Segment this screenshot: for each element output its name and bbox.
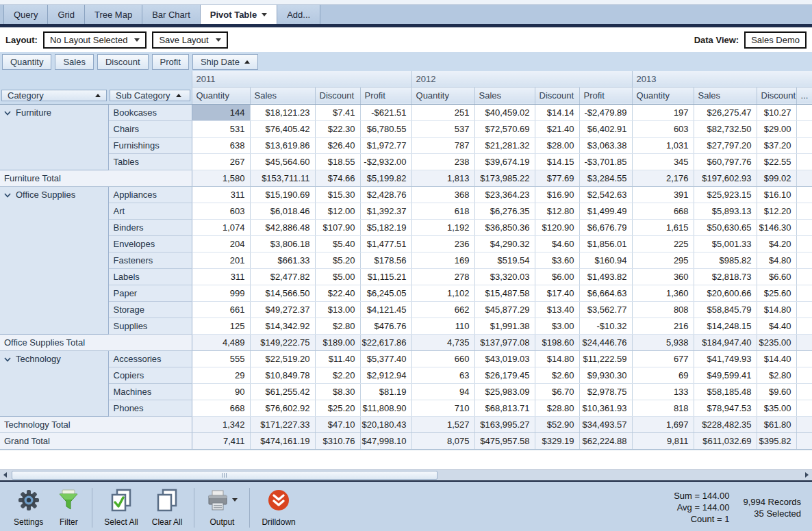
value-cell[interactable]: 169 [411, 252, 474, 268]
value-cell[interactable]: 225 [632, 235, 694, 252]
sub-category-cell[interactable]: Labels [108, 268, 192, 285]
field-ship-date[interactable]: Ship Date [192, 54, 258, 70]
value-cell[interactable]: 787 [411, 137, 474, 153]
value-cell[interactable]: 537 [411, 120, 474, 137]
value-cell[interactable]: $77.69 [535, 170, 579, 186]
value-cell[interactable]: $3,320.03 [474, 268, 535, 285]
value-cell[interactable]: $5.20 [315, 252, 360, 268]
sub-category-cell[interactable]: Art [108, 203, 192, 219]
value-cell[interactable]: 4,489 [192, 334, 250, 350]
value-cell[interactable]: 668 [192, 400, 250, 416]
value-cell[interactable]: $5,199.82 [360, 170, 411, 186]
col-2011-discount[interactable]: Discount [315, 87, 360, 104]
field-quantity[interactable]: Quantity [2, 54, 51, 70]
value-cell[interactable] [796, 285, 812, 301]
value-cell[interactable]: $78,947.53 [694, 400, 757, 416]
value-cell[interactable]: $4,121.45 [360, 301, 411, 318]
col-2012-discount[interactable]: Discount [535, 87, 579, 104]
col-2011-quantity[interactable]: Quantity [192, 87, 250, 104]
value-cell[interactable]: 368 [411, 186, 474, 203]
value-cell[interactable]: $50,630.65 [694, 219, 757, 235]
value-cell[interactable]: $81.19 [360, 383, 411, 400]
value-cell[interactable]: 1,615 [632, 219, 694, 235]
value-cell[interactable]: $29.00 [757, 120, 796, 137]
value-cell[interactable]: $14,566.50 [250, 285, 315, 301]
tab-add[interactable]: Add... [277, 5, 320, 24]
value-cell[interactable]: 360 [632, 268, 694, 285]
value-cell[interactable] [796, 383, 812, 400]
filter-button[interactable]: Filter [50, 486, 87, 530]
value-cell[interactable]: $6,402.91 [579, 120, 632, 137]
col-2011-sales[interactable]: Sales [250, 87, 315, 104]
value-cell[interactable]: $6,018.46 [250, 203, 315, 219]
value-cell[interactable]: $153,711.11 [250, 170, 315, 186]
col-2012-quantity[interactable]: Quantity [411, 87, 474, 104]
value-cell[interactable]: $23,364.23 [474, 186, 535, 203]
value-cell[interactable]: $1,499.49 [579, 203, 632, 219]
value-cell[interactable]: $6,664.63 [579, 285, 632, 301]
value-cell[interactable]: 1,360 [632, 285, 694, 301]
value-cell[interactable]: 555 [192, 350, 250, 367]
value-cell[interactable]: $61.80 [757, 416, 796, 432]
value-cell[interactable]: $4.60 [535, 235, 579, 252]
expand-chevron-icon[interactable] [4, 354, 11, 364]
value-cell[interactable]: $15,190.69 [250, 186, 315, 203]
value-cell[interactable] [796, 416, 812, 432]
output-button[interactable]: Output [199, 486, 244, 530]
col-2012-sales[interactable]: Sales [474, 87, 535, 104]
value-cell[interactable]: $62,224.88 [579, 432, 632, 449]
field-sales[interactable]: Sales [55, 54, 94, 70]
value-cell[interactable]: -$3,701.85 [579, 153, 632, 170]
value-cell[interactable]: $10,849.78 [250, 367, 315, 383]
value-cell[interactable]: $25,923.15 [694, 186, 757, 203]
sub-category-cell[interactable]: Machines [108, 383, 192, 400]
value-cell[interactable]: $4,290.32 [474, 235, 535, 252]
value-cell[interactable]: 1,813 [411, 170, 474, 186]
value-cell[interactable]: 251 [411, 104, 474, 120]
value-cell[interactable]: $27,797.20 [694, 137, 757, 153]
value-cell[interactable]: $1,991.38 [474, 318, 535, 334]
sub-category-cell[interactable]: Binders [108, 219, 192, 235]
value-cell[interactable]: $5.00 [315, 268, 360, 285]
value-cell[interactable]: 2,176 [632, 170, 694, 186]
col-2013-quantity[interactable]: Quantity [632, 87, 694, 104]
value-cell[interactable]: $1,972.77 [360, 137, 411, 153]
value-cell[interactable] [796, 120, 812, 137]
settings-button[interactable]: Settings [7, 486, 50, 530]
value-cell[interactable]: $42,886.48 [250, 219, 315, 235]
value-cell[interactable]: $58,185.48 [694, 383, 757, 400]
expand-chevron-icon[interactable] [4, 107, 11, 118]
value-cell[interactable]: $17.40 [535, 285, 579, 301]
value-cell[interactable]: $474,161.19 [250, 432, 315, 449]
value-cell[interactable] [796, 350, 812, 367]
value-cell[interactable] [796, 104, 812, 120]
value-cell[interactable]: $40,459.02 [474, 104, 535, 120]
value-cell[interactable]: $3.00 [535, 318, 579, 334]
value-cell[interactable]: 311 [192, 268, 250, 285]
value-cell[interactable]: $58,845.79 [694, 301, 757, 318]
value-cell[interactable] [796, 301, 812, 318]
value-cell[interactable]: $9.60 [757, 383, 796, 400]
category-cell[interactable]: Office Supplies [0, 186, 108, 334]
value-cell[interactable]: $45,564.60 [250, 153, 315, 170]
value-cell[interactable]: $9,930.30 [579, 367, 632, 383]
col-2013-discount[interactable]: Discount [757, 87, 796, 104]
value-cell[interactable]: $99.02 [757, 170, 796, 186]
value-cell[interactable]: $120.90 [535, 219, 579, 235]
value-cell[interactable]: $14.15 [535, 153, 579, 170]
value-cell[interactable]: $49,272.37 [250, 301, 315, 318]
value-cell[interactable]: -$2,932.00 [360, 153, 411, 170]
value-cell[interactable]: 808 [632, 301, 694, 318]
field-profit[interactable]: Profit [152, 54, 189, 70]
value-cell[interactable]: 710 [411, 400, 474, 416]
value-cell[interactable]: $14.40 [757, 350, 796, 367]
value-cell[interactable]: $2.60 [535, 367, 579, 383]
value-cell[interactable]: 295 [632, 252, 694, 268]
sub-category-cell[interactable]: Envelopes [108, 235, 192, 252]
value-cell[interactable]: $21.40 [535, 120, 579, 137]
value-cell[interactable]: $197,602.93 [694, 170, 757, 186]
value-cell[interactable]: $4.80 [757, 252, 796, 268]
value-cell[interactable]: 133 [632, 383, 694, 400]
value-cell[interactable]: 818 [632, 400, 694, 416]
value-cell[interactable]: 999 [192, 285, 250, 301]
